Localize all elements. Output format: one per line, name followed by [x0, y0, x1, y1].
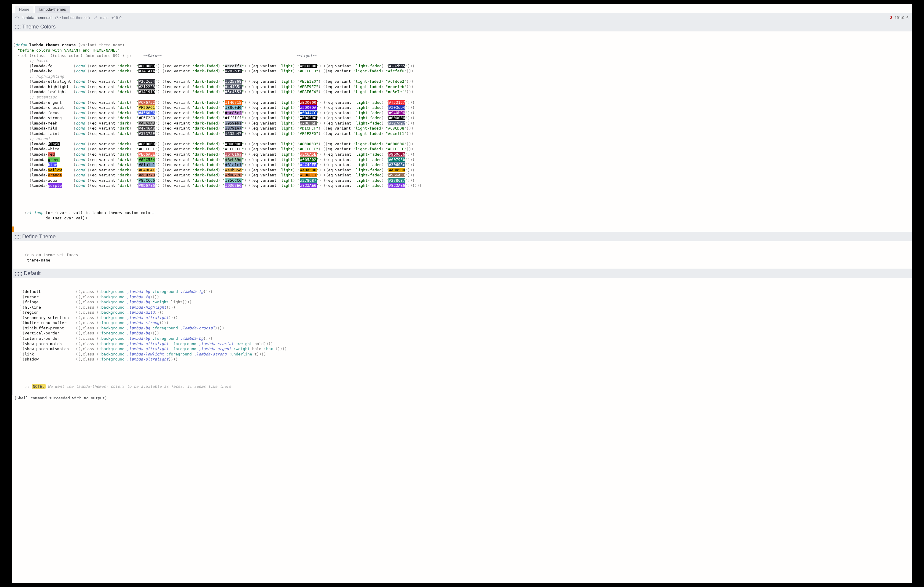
code-cl-loop[interactable]: (cl-loop for (cvar . val) in lambda-them…	[12, 199, 912, 226]
defun-args: (variant theme-name)	[78, 43, 125, 47]
error-count: 2	[890, 15, 892, 20]
breadcrumb-symbol: (λ • lambda-themes)	[55, 15, 90, 20]
section-define-theme: ;;;; Define Theme	[12, 232, 912, 241]
circle-icon	[15, 16, 19, 19]
cl-loop-body-2: do (set cvar val))	[25, 216, 87, 220]
cl-loop-body-1: for (cvar . val) in lambda-themes-custom…	[43, 211, 155, 215]
breadcrumb-diff: +19-0	[112, 15, 122, 20]
breadcrumb: lambda-themes.el (λ • lambda-themes)⎇mai…	[12, 13, 912, 22]
cursor-line[interactable]	[12, 226, 912, 232]
paren-open: (	[25, 211, 27, 215]
custom-theme-set-faces: (custom-theme-set-faces	[25, 252, 78, 257]
echo-area: (Shell command succeeded with no output)	[12, 395, 912, 401]
tab-bar: Home lambda-themes	[12, 4, 912, 13]
section-theme-colors: ;;;; Theme Colors	[12, 22, 912, 31]
tab-lambda-themes[interactable]: lambda-themes	[35, 6, 70, 13]
theme-name-var: theme-name	[25, 258, 50, 262]
code-note[interactable]: :: NOTE: We want the lambda-themes- colo…	[12, 373, 912, 395]
docstring: "Define colors with VARIANT and THEME-NA…	[18, 48, 120, 53]
code-colors[interactable]: (defun lambda-themes-create (variant the…	[12, 31, 912, 199]
note-badge: NOTE:	[32, 384, 46, 389]
code-custom-theme[interactable]: (custom-theme-set-faces theme-name	[12, 241, 912, 269]
code-faces[interactable]: `(default ((,class (:background ,lambda-…	[12, 278, 912, 373]
breadcrumb-file: lambda-themes.el	[21, 15, 52, 20]
editor-frame: Home lambda-themes lambda-themes.el (λ •…	[12, 4, 912, 583]
cl-loop-keyword: cl-loop	[27, 211, 43, 215]
defun-keyword: defun	[15, 43, 27, 47]
breadcrumb-branch: main	[100, 15, 109, 20]
section-default: ;;;;; Default	[12, 269, 912, 278]
note-text: We want the lambda-themes- colors to be …	[46, 384, 231, 389]
tab-home[interactable]: Home	[15, 6, 33, 13]
cursor-position: 191:0: 6	[894, 15, 909, 20]
defun-name: lambda-themes-create	[30, 43, 76, 47]
note-prefix: ::	[25, 384, 31, 389]
